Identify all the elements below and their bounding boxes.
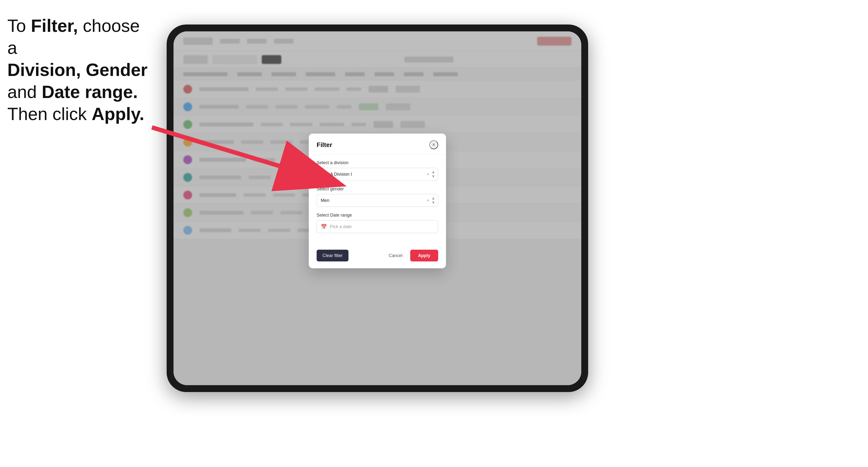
apply-button[interactable]: Apply — [410, 250, 438, 261]
calendar-icon: 📅 — [321, 224, 327, 229]
instruction-bold-filter: Filter, — [31, 16, 78, 35]
clear-filter-button[interactable]: Clear filter — [317, 250, 348, 261]
instruction-bold-apply: Apply. — [92, 104, 144, 124]
date-form-group: Select Date range 📅 Pick a date — [317, 213, 438, 233]
instruction-prefix: To — [7, 16, 31, 35]
gender-select[interactable]: Men Women Mixed — [317, 194, 438, 207]
date-placeholder: Pick a date — [330, 224, 352, 229]
dialog-body: Select a division NCAA Division I NCAA D… — [309, 154, 446, 245]
dialog-header: Filter × — [309, 133, 446, 154]
dialog-title: Filter — [317, 141, 332, 149]
instruction-then: Then click — [7, 104, 92, 124]
instruction-block: To Filter, choose a Division, Gender and… — [7, 15, 150, 125]
gender-label: Select gender — [317, 186, 438, 192]
tablet-frame: Filter × Select a division NCAA Division… — [167, 25, 588, 392]
tablet-screen: Filter × Select a division NCAA Division… — [174, 31, 581, 385]
instruction-and: and — [7, 82, 42, 102]
dialog-close-button[interactable]: × — [429, 141, 438, 149]
gender-form-group: Select gender Men Women Mixed × ▲ — [317, 186, 438, 207]
date-label: Select Date range — [317, 213, 438, 218]
filter-dialog: Filter × Select a division NCAA Division… — [309, 133, 446, 268]
footer-right-actions: Cancel Apply — [383, 250, 438, 261]
date-picker-field[interactable]: 📅 Pick a date — [317, 220, 438, 233]
modal-overlay: Filter × Select a division NCAA Division… — [174, 31, 581, 385]
division-select-wrapper: NCAA Division I NCAA Division II NCAA Di… — [317, 168, 438, 181]
gender-select-wrapper: Men Women Mixed × ▲ ▼ — [317, 194, 438, 207]
instruction-bold-date: Date range. — [42, 82, 138, 102]
instruction-bold-division: Division, Gender — [7, 60, 148, 80]
dialog-footer: Clear filter Cancel Apply — [309, 245, 446, 268]
division-select[interactable]: NCAA Division I NCAA Division II NCAA Di… — [317, 168, 438, 181]
gender-clear-icon[interactable]: × — [427, 198, 430, 203]
division-form-group: Select a division NCAA Division I NCAA D… — [317, 160, 438, 181]
cancel-button[interactable]: Cancel — [383, 250, 408, 261]
division-clear-icon[interactable]: × — [427, 172, 430, 177]
division-label: Select a division — [317, 160, 438, 165]
